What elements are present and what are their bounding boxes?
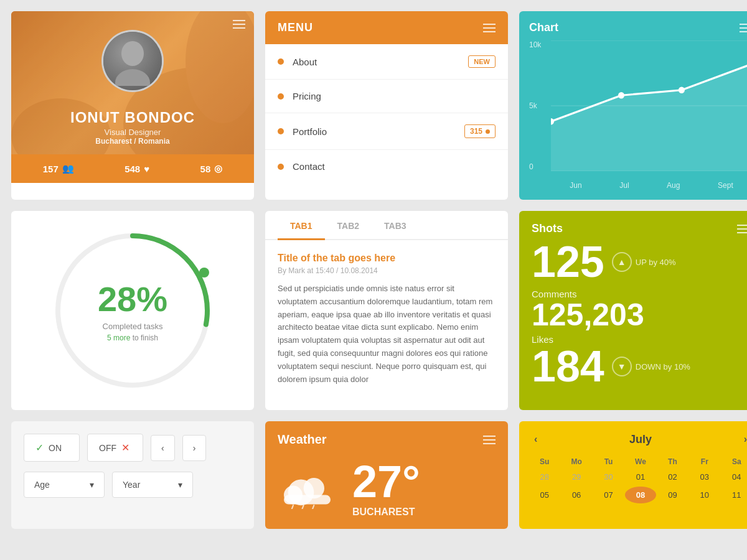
calendar-day-11[interactable]: 11	[721, 487, 747, 503]
menu-item-portfolio[interactable]: Portfolio 315	[265, 113, 508, 150]
age-label: Age	[34, 480, 50, 490]
svg-line-20	[301, 505, 304, 509]
prev-arrow-button[interactable]: ‹	[151, 435, 175, 461]
tab-3[interactable]: TAB3	[372, 211, 419, 240]
age-dropdown[interactable]: Age ▾	[24, 472, 105, 498]
shots-menu-icon[interactable]	[737, 225, 747, 233]
calendar-day-28[interactable]: 28	[529, 469, 560, 485]
on-label: ON	[49, 443, 62, 453]
chart-title: Chart	[529, 21, 558, 34]
calendar-day-07[interactable]: 07	[593, 487, 624, 503]
calendar-prev-button[interactable]: ‹	[529, 431, 542, 447]
chart-svg-wrap	[551, 40, 747, 171]
dropdown-row: Age ▾ Year ▾	[24, 472, 242, 498]
svg-point-9	[618, 92, 624, 99]
right-arrow-icon: ›	[193, 443, 196, 453]
followers-count: 157	[43, 164, 59, 174]
chart-x-labels: Jun Jul Aug Sept	[551, 181, 747, 190]
chart-x-jul: Jul	[619, 181, 629, 190]
profile-stat-other: 58 ◎	[200, 163, 223, 174]
likes-count: 548	[125, 164, 140, 174]
chart-menu-icon[interactable]	[740, 24, 747, 32]
cal-day-tu: Tu	[593, 455, 624, 469]
next-arrow-button[interactable]: ›	[182, 435, 207, 461]
svg-point-4	[115, 69, 150, 86]
menu-label-contact: Contact	[293, 161, 325, 172]
tab-1[interactable]: TAB1	[278, 211, 325, 240]
cal-day-th: Th	[657, 455, 688, 469]
check-icon: ✓	[35, 442, 44, 454]
cal-day-we: We	[625, 455, 655, 469]
shots-value: 125	[532, 240, 604, 284]
progress-text: 28% Completed tasks 5 more to finish	[98, 279, 167, 342]
profile-card: IONUT BONDOC Visual Designer Bucharest /…	[11, 11, 254, 200]
menu-title: MENU	[278, 21, 313, 34]
profile-stats: 157 👥 548 ♥ 58 ◎	[11, 154, 254, 183]
weather-content: 27° BUCHAREST	[278, 459, 496, 518]
calendar-day-09[interactable]: 09	[657, 487, 688, 503]
shots-row: 125 ▲ UP by 40%	[532, 240, 747, 284]
calendar-day-01[interactable]: 01	[625, 469, 655, 485]
svg-point-3	[121, 41, 144, 66]
menu-label-about: About	[293, 57, 317, 67]
menu-label-portfolio: Portfolio	[293, 126, 327, 137]
shots-trend-text: UP by 40%	[636, 258, 676, 267]
profile-menu-icon[interactable]	[233, 20, 245, 29]
progress-more-link[interactable]: 5 more	[107, 334, 130, 342]
left-arrow-icon: ‹	[161, 443, 164, 453]
menu-hamburger-icon[interactable]	[483, 24, 496, 32]
calendar-day-08[interactable]: 08	[625, 487, 655, 503]
chart-card: Chart 10k 5k 0	[519, 11, 747, 200]
cal-day-mo: Mo	[561, 455, 591, 469]
likes-value: 184	[532, 345, 604, 388]
calendar-day-29[interactable]: 29	[561, 469, 591, 485]
menu-item-pricing[interactable]: Pricing	[265, 80, 508, 113]
calendar-day-05[interactable]: 05	[529, 487, 560, 503]
weather-temp: 27°	[352, 459, 420, 504]
profile-title: Visual Designer	[11, 128, 254, 137]
menu-header: MENU	[265, 11, 508, 44]
calendar-day-02[interactable]: 02	[657, 469, 688, 485]
shots-stats-header: Shots	[532, 222, 747, 235]
tabs-card: TAB1 TAB2 TAB3 Title of the tab goes her…	[265, 211, 508, 410]
target-icon: ◎	[214, 163, 222, 174]
menu-item-about[interactable]: About NEW	[265, 44, 508, 80]
on-button[interactable]: ✓ ON	[24, 434, 80, 462]
weather-header: Weather	[278, 432, 496, 447]
tab-content: Title of the tab goes here By Mark at 15…	[265, 240, 508, 398]
year-dropdown[interactable]: Year ▾	[112, 472, 193, 498]
likes-trend-text: DOWN by 10%	[636, 362, 690, 371]
profile-top: IONUT BONDOC Visual Designer Bucharest /…	[11, 11, 254, 154]
calendar-day-06[interactable]: 06	[561, 487, 591, 503]
calendar-day-10[interactable]: 10	[689, 487, 720, 503]
chart-x-aug: Aug	[667, 181, 680, 190]
calendar-day-30[interactable]: 30	[593, 469, 624, 485]
calendar-month: July	[629, 433, 652, 446]
menu-dot-pricing	[278, 93, 284, 100]
calendar-card: ‹ July › Su Mo Tu We Th Fr Sa 2829300102…	[519, 421, 747, 529]
off-button[interactable]: OFF ✕	[87, 434, 143, 462]
calendar-next-button[interactable]: ›	[739, 431, 747, 447]
avatar	[101, 30, 164, 92]
progress-card: 28% Completed tasks 5 more to finish	[11, 211, 254, 410]
shots-up-icon: ▲	[612, 252, 632, 272]
progress-finish-text: to finish	[130, 334, 158, 342]
cross-icon: ✕	[121, 442, 129, 454]
profile-name: IONUT BONDOC	[11, 109, 254, 126]
menu-dot-contact	[278, 164, 284, 170]
calendar-day-04[interactable]: 04	[721, 469, 747, 485]
tab-content-body: Sed ut perspiciatis unde omnis iste natu…	[278, 282, 496, 386]
menu-item-contact[interactable]: Contact	[265, 150, 508, 183]
calendar-days: 2829300102030405060708091011	[529, 469, 747, 503]
weather-menu-icon[interactable]	[483, 436, 496, 444]
svg-rect-18	[284, 495, 331, 505]
calendar-day-03[interactable]: 03	[689, 469, 720, 485]
tab-2[interactable]: TAB2	[325, 211, 372, 240]
progress-circle: 28% Completed tasks 5 more to finish	[45, 223, 220, 398]
shots-title: Shots	[532, 222, 563, 235]
chart-x-sept: Sept	[718, 181, 733, 190]
heart-icon: ♥	[144, 164, 149, 174]
controls-card: ✓ ON OFF ✕ ‹ › Age ▾ Year ▾	[11, 421, 254, 529]
progress-label: Completed tasks	[98, 322, 167, 331]
progress-more-text: 5 more to finish	[98, 334, 167, 342]
